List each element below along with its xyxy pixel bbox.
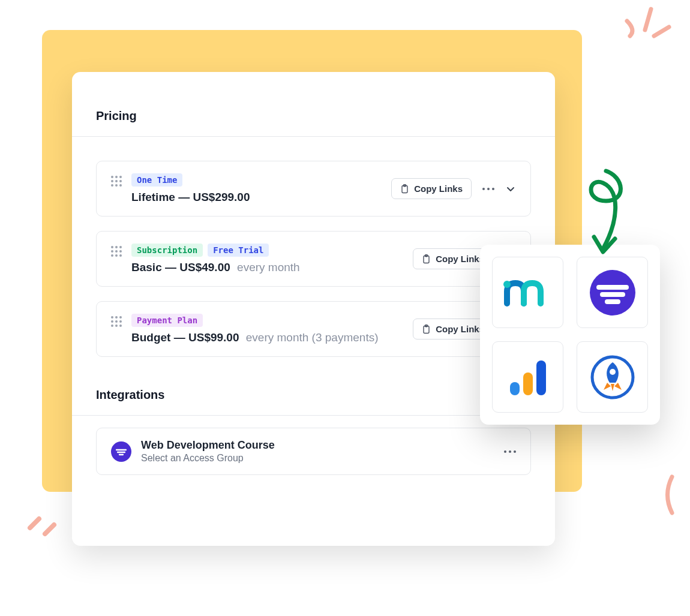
more-menu-button[interactable] (482, 188, 494, 190)
pricing-dash: — (165, 261, 179, 274)
copy-links-button[interactable]: Copy Links (391, 178, 472, 199)
integration-row[interactable]: Web Development Course Select an Access … (96, 428, 531, 475)
drag-handle-icon[interactable] (111, 176, 122, 187)
pricing-name: Budget (131, 331, 170, 344)
rocket-logo-icon (589, 354, 636, 401)
pricing-row: One Time Lifetime — US$299.00 (96, 161, 531, 217)
svg-point-6 (503, 281, 511, 288)
app-tile-circle[interactable] (577, 257, 648, 328)
svg-point-12 (610, 369, 616, 375)
pricing-suffix: every month (237, 261, 300, 274)
svg-rect-8 (510, 382, 520, 395)
pricing-dash: — (178, 191, 193, 203)
integration-logo-icon (111, 441, 131, 462)
copy-links-label: Copy Links (414, 184, 463, 194)
copy-links-label: Copy Links (436, 324, 484, 334)
pricing-dash: — (174, 331, 188, 344)
app-tile-memberstack[interactable] (492, 257, 563, 328)
badge-row: Subscription Free Trial (131, 244, 300, 257)
pricing-badge: Payment Plan (131, 314, 203, 327)
pricing-amount: US$49.00 (179, 261, 230, 274)
app-tile-analytics[interactable] (492, 341, 563, 413)
badge-row: One Time (131, 173, 254, 187)
app-tile-rocket[interactable] (577, 341, 648, 413)
integration-name: Web Development Course (141, 439, 275, 452)
decor-spark-icon (618, 0, 672, 54)
pricing-row: Subscription Free Trial Basic — US$49.00… (96, 231, 531, 287)
badge-row: Payment Plan (131, 314, 379, 327)
pricing-badge: Subscription (131, 244, 203, 257)
pricing-amount: US$299.00 (193, 191, 250, 203)
pricing-name-price: Lifetime — US$299.00 (131, 191, 254, 204)
drag-handle-icon[interactable] (111, 246, 122, 257)
clipboard-icon (422, 254, 431, 264)
pricing-row: Payment Plan Budget — US$99.00 every mon… (96, 301, 531, 357)
copy-links-label: Copy Links (436, 254, 484, 264)
circle-lines-logo-icon (589, 269, 636, 316)
decor-dash-icon (24, 504, 60, 540)
integration-subtitle: Select an Access Group (141, 453, 275, 464)
svg-rect-9 (523, 372, 533, 395)
memberstack-logo-icon (503, 275, 553, 311)
drag-handle-icon[interactable] (111, 316, 122, 327)
svg-rect-10 (536, 360, 546, 395)
apps-popover (480, 245, 660, 425)
bar-chart-logo-icon (506, 356, 550, 399)
pricing-name-price: Budget — US$99.00 every month (3 payment… (131, 331, 379, 344)
pricing-name-price: Basic — US$49.00 every month (131, 261, 300, 274)
decor-brace-icon (660, 474, 684, 516)
more-menu-button[interactable] (504, 450, 516, 453)
pricing-name: Lifetime (131, 191, 175, 203)
pricing-section-title: Pricing (72, 96, 555, 136)
decor-curly-arrow-icon (570, 168, 636, 264)
clipboard-icon (400, 184, 409, 194)
pricing-badge: Free Trial (208, 244, 269, 257)
chevron-down-icon[interactable] (505, 184, 516, 194)
pricing-badge: One Time (131, 173, 182, 187)
pricing-name: Basic (131, 261, 162, 274)
pricing-suffix: every month (3 payments) (246, 331, 379, 344)
pricing-amount: US$99.00 (188, 331, 239, 344)
clipboard-icon (422, 324, 431, 334)
